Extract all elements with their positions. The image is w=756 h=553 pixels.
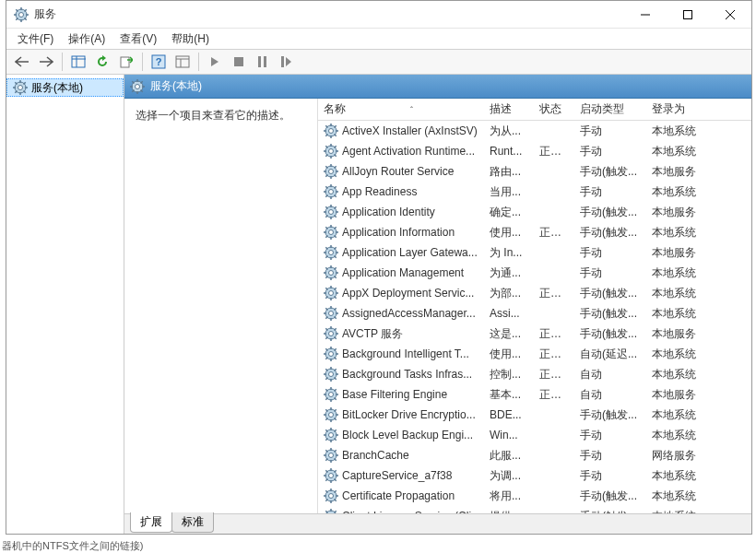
table-row[interactable]: Block Level Backup Engi...Win...手动本地系统 xyxy=(318,425,751,445)
stop-service-button[interactable] xyxy=(228,52,250,72)
service-start: 手动 xyxy=(574,124,646,139)
col-header-name[interactable]: 名称ˆ xyxy=(318,99,484,120)
table-row[interactable]: ActiveX Installer (AxInstSV)为从...手动本地系统 xyxy=(318,121,751,141)
gear-icon xyxy=(324,164,338,179)
back-button[interactable] xyxy=(11,52,33,72)
table-row[interactable]: AllJoyn Router Service路由...手动(触发...本地服务 xyxy=(318,161,751,182)
service-logon: 网络服务 xyxy=(646,448,709,464)
table-row[interactable]: Application Information使用...正在...手动(触发..… xyxy=(318,222,751,242)
service-desc: 确定... xyxy=(484,205,534,220)
gear-icon xyxy=(324,205,338,219)
table-row[interactable]: BitLocker Drive Encryptio...BDE...手动(触发.… xyxy=(318,405,751,425)
table-row[interactable]: Agent Activation Runtime...Runt...正在...手… xyxy=(318,141,751,161)
pause-service-button[interactable] xyxy=(252,52,274,72)
col-header-status[interactable]: 状态 xyxy=(534,99,574,120)
service-name: AppX Deployment Servic... xyxy=(342,287,474,300)
menu-file[interactable]: 文件(F) xyxy=(10,29,61,49)
properties-button[interactable] xyxy=(171,52,194,72)
service-start: 手动 xyxy=(574,245,646,261)
svg-rect-20 xyxy=(176,56,189,67)
restart-service-button[interactable] xyxy=(276,52,298,72)
svg-text:?: ? xyxy=(156,56,162,67)
gear-icon xyxy=(13,80,28,95)
window: 服务 文件(F) 操作(A) 查看(V) 帮助(H) ? 服务(本地 xyxy=(6,0,752,535)
table-row[interactable]: CaptureService_a7f38为调...手动本地系统 xyxy=(318,465,751,486)
table-row[interactable]: Base Filtering Engine基本...正在...自动本地服务 xyxy=(318,384,751,405)
service-logon: 本地服务 xyxy=(646,205,709,220)
service-name: CaptureService_a7f38 xyxy=(342,469,452,482)
gear-icon xyxy=(324,184,338,199)
refresh-button[interactable] xyxy=(91,52,113,72)
service-logon: 本地系统 xyxy=(646,407,709,423)
service-status: 正在... xyxy=(534,347,574,362)
gear-icon xyxy=(324,488,338,503)
service-start: 自动(延迟... xyxy=(574,347,646,362)
window-title: 服务 xyxy=(34,6,624,22)
tab-standard[interactable]: 标准 xyxy=(171,512,214,533)
service-desc: 基本... xyxy=(484,387,534,403)
gear-icon xyxy=(324,448,338,463)
service-name: Base Filtering Engine xyxy=(342,388,447,401)
table-row[interactable]: Certificate Propagation将用...手动(触发...本地系统 xyxy=(318,486,751,506)
maximize-button[interactable] xyxy=(667,1,709,29)
service-start: 手动(触发... xyxy=(574,205,646,220)
service-name: Application Layer Gatewa... xyxy=(342,246,478,259)
service-start: 手动 xyxy=(574,144,646,159)
service-name: Application Information xyxy=(342,226,455,239)
start-service-button[interactable] xyxy=(204,52,226,72)
service-list: 名称ˆ 描述 状态 启动类型 登录为 ActiveX Installer (Ax… xyxy=(318,99,751,513)
service-start: 自动 xyxy=(574,387,646,403)
gear-icon xyxy=(324,124,338,138)
table-row[interactable]: Application Management为通...手动本地系统 xyxy=(318,263,751,283)
service-start: 手动(触发... xyxy=(574,286,646,301)
menu-action[interactable]: 操作(A) xyxy=(61,29,112,49)
menu-view[interactable]: 查看(V) xyxy=(112,29,164,49)
table-row[interactable]: Background Intelligent T...使用...正在...自动(… xyxy=(318,344,751,364)
col-header-desc[interactable]: 描述 xyxy=(484,99,534,120)
tree-item-services-local[interactable]: 服务(本地) xyxy=(6,78,124,97)
table-row[interactable]: App Readiness当用...手动本地系统 xyxy=(318,182,751,202)
forward-button[interactable] xyxy=(35,52,57,72)
table-row[interactable]: Application Identity确定...手动(触发...本地服务 xyxy=(318,202,751,222)
close-button[interactable] xyxy=(709,1,751,29)
tree-pane[interactable]: 服务(本地) xyxy=(6,75,124,534)
service-desc: 路由... xyxy=(484,164,534,180)
table-row[interactable]: AVCTP 服务这是...正在...手动(触发...本地服务 xyxy=(318,324,751,344)
show-hide-tree-button[interactable] xyxy=(67,52,89,72)
service-name: AllJoyn Router Service xyxy=(342,165,454,178)
service-logon: 本地系统 xyxy=(646,265,709,281)
service-logon: 本地系统 xyxy=(646,367,709,382)
svg-rect-11 xyxy=(684,10,692,18)
service-start: 手动 xyxy=(574,468,646,484)
service-logon: 本地系统 xyxy=(646,225,709,241)
service-logon: 本地系统 xyxy=(646,306,709,322)
table-row[interactable]: Background Tasks Infras...控制...正在...自动本地… xyxy=(318,364,751,384)
col-header-logon[interactable]: 登录为 xyxy=(646,99,709,120)
service-start: 手动(触发... xyxy=(574,225,646,241)
help-button[interactable]: ? xyxy=(148,52,170,72)
service-desc: 为从... xyxy=(484,124,534,139)
service-name: AVCTP 服务 xyxy=(342,326,403,342)
gear-icon xyxy=(324,428,338,442)
minimize-button[interactable] xyxy=(624,1,667,29)
table-row[interactable]: BranchCache此服...手动网络服务 xyxy=(318,445,751,465)
gear-icon xyxy=(324,326,338,341)
gear-icon xyxy=(324,306,338,321)
list-rows[interactable]: ActiveX Installer (AxInstSV)为从...手动本地系统A… xyxy=(318,121,751,513)
service-start: 自动 xyxy=(574,367,646,382)
table-row[interactable]: Application Layer Gatewa...为 In...手动本地服务 xyxy=(318,242,751,263)
service-name: Application Identity xyxy=(342,206,435,218)
service-start: 手动 xyxy=(574,448,646,464)
main-header-label: 服务(本地) xyxy=(150,78,202,94)
table-row[interactable]: AssignedAccessManager...Assi...手动(触发...本… xyxy=(318,303,751,324)
service-logon: 本地系统 xyxy=(646,184,709,200)
titlebar: 服务 xyxy=(6,1,751,29)
menu-help[interactable]: 帮助(H) xyxy=(164,29,217,49)
table-row[interactable]: Client License Service (Cli...提供...手动(触发… xyxy=(318,506,751,513)
service-logon: 本地服务 xyxy=(646,164,709,180)
service-desc: 使用... xyxy=(484,347,534,362)
table-row[interactable]: AppX Deployment Servic...为部...正在...手动(触发… xyxy=(318,283,751,303)
col-header-start[interactable]: 启动类型 xyxy=(574,99,646,120)
export-button[interactable] xyxy=(115,52,137,72)
tab-extended[interactable]: 扩展 xyxy=(130,512,172,533)
